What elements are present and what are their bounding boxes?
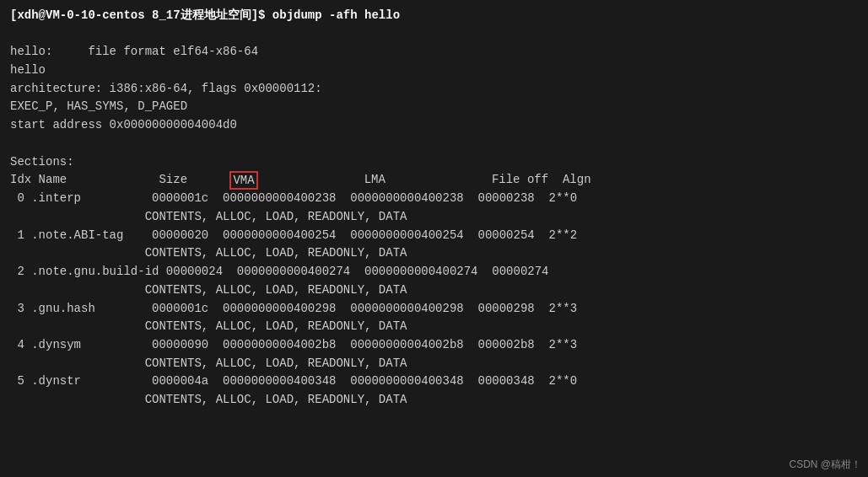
vma-header-highlighted: VMA — [229, 171, 257, 190]
prompt-line: [xdh@VM-0-10-centos 8_17进程地址空间]$ objdump… — [10, 7, 858, 25]
section-1-flags: CONTENTS, ALLOC, LOAD, READONLY, DATA — [10, 244, 858, 263]
section-2-main: 2 .note.gnu.build-id 00000024 0000000000… — [10, 263, 858, 281]
table-header: Idx Name Size VMA LMA File off Algn — [10, 171, 858, 190]
header-idx-name: Idx Name Size — [10, 171, 229, 190]
section-0-flags: CONTENTS, ALLOC, LOAD, READONLY, DATA — [10, 208, 858, 227]
sections-label: Sections: — [10, 153, 858, 172]
flags-line: EXEC_P, HAS_SYMS, D_PAGED — [10, 98, 858, 116]
section-4-main: 4 .dynsym 00000090 00000000004002b8 0000… — [10, 336, 858, 355]
file-format-line: hello: file format elf64-x86-64 — [10, 43, 858, 62]
section-2-flags: CONTENTS, ALLOC, LOAD, READONLY, DATA — [10, 281, 858, 300]
section-3-main: 3 .gnu.hash 0000001c 0000000000400298 00… — [10, 300, 858, 319]
watermark: CSDN @稿柑！ — [789, 458, 861, 472]
section-3-flags: CONTENTS, ALLOC, LOAD, READONLY, DATA — [10, 318, 858, 336]
section-1-main: 1 .note.ABI-tag 00000020 000000000040025… — [10, 227, 858, 245]
blank-line-1 — [10, 25, 858, 44]
terminal-window: [xdh@VM-0-10-centos 8_17进程地址空间]$ objdump… — [0, 0, 868, 477]
hello-line: hello — [10, 62, 858, 80]
header-rest: LMA File off Algn — [258, 171, 591, 190]
section-0-main: 0 .interp 0000001c 0000000000400238 0000… — [10, 190, 858, 208]
section-5-flags: CONTENTS, ALLOC, LOAD, READONLY, DATA — [10, 391, 858, 410]
section-4-flags: CONTENTS, ALLOC, LOAD, READONLY, DATA — [10, 355, 858, 373]
section-5-main: 5 .dynstr 0000004a 0000000000400348 0000… — [10, 372, 858, 391]
blank-line-2 — [10, 135, 858, 153]
start-address-line: start address 0x00000000004004d0 — [10, 116, 858, 135]
architecture-line: architecture: i386:x86-64, flags 0x00000… — [10, 80, 858, 99]
